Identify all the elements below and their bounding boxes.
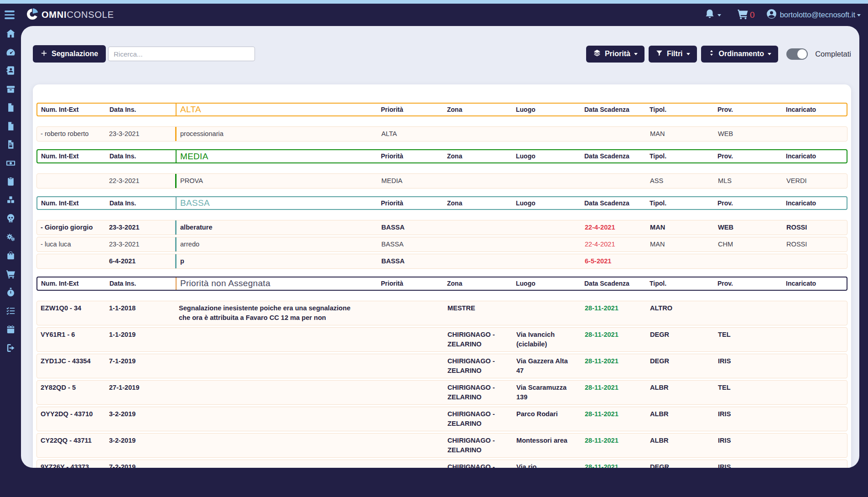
money-bill-icon (5, 158, 16, 170)
cell-data-scadenza: 28-11-2021 (581, 381, 646, 395)
cell-tipol (646, 254, 714, 268)
archive-box-icon (5, 84, 16, 96)
cell-zona (444, 127, 513, 141)
sidebar-item-invoices[interactable] (5, 140, 16, 151)
report-row[interactable]: - roberto roberto23-3-2021processionaria… (36, 126, 847, 141)
cell-data-ins: 7-2-2019 (105, 460, 175, 468)
cell-prov: CHM (714, 237, 783, 251)
report-row[interactable]: 6-4-2021pBASSA6-5-2021 (36, 254, 847, 269)
cell-descrizione (175, 407, 378, 431)
cell-num-int-ext: OYY2DQ - 43710 (37, 407, 105, 421)
sidebar-item-skull[interactable] (5, 214, 16, 225)
cell-num-int-ext: 2Y82QD - 5 (37, 381, 105, 395)
cell-priorita (378, 460, 444, 468)
column-header: Num. Int-Ext (37, 277, 106, 289)
cell-prov: IRIS (714, 354, 783, 368)
cell-luogo (513, 220, 581, 235)
sidebar-item-dashboard[interactable] (5, 48, 16, 58)
report-row[interactable]: VY61R1 - 61-1-2019CHIRIGNAGO - ZELARINOV… (36, 327, 847, 352)
sidebar-item-payments[interactable] (5, 159, 16, 169)
cart-menu[interactable]: 0 (737, 8, 755, 22)
section-label: BASSA (176, 197, 377, 209)
column-header: Zona (443, 197, 512, 209)
sidebar-item-contacts[interactable] (5, 66, 16, 77)
sidebar-item-home[interactable] (5, 29, 16, 40)
section-label: Priorità non Assegnata (176, 277, 377, 289)
bell-icon (704, 8, 716, 22)
cell-priorita (378, 434, 444, 448)
cell-incaricato (783, 354, 847, 368)
cell-incaricato (783, 301, 847, 315)
sidebar-item-document[interactable] (5, 103, 16, 114)
column-header: Priorità (377, 150, 443, 162)
user-email: bortolotto@tecnosoft.it (780, 10, 855, 19)
cell-prov (714, 301, 783, 315)
cell-num-int-ext: - roberto roberto (37, 127, 105, 141)
cell-prov: IRIS (714, 434, 783, 448)
report-row[interactable]: ZYD1JC - 433547-1-2019CHIRIGNAGO - ZELAR… (36, 354, 847, 378)
sidebar-item-timer[interactable] (5, 288, 16, 298)
report-row[interactable]: - luca luca23-3-2021arredoBASSA22-4-2021… (36, 237, 847, 252)
report-row[interactable]: EZW1Q0 - 341-1-2018Segnalazione inesiste… (36, 301, 847, 325)
column-header: Luogo (512, 197, 581, 209)
cell-data-ins: 23-3-2021 (105, 127, 175, 141)
cell-tipol: DEGR (646, 354, 714, 368)
cell-num-int-ext (37, 254, 105, 268)
section-header-alta: Num. Int-ExtData Ins.ALTAPrioritàZonaLuo… (36, 103, 847, 116)
filters-dropdown-button[interactable]: Filtri (649, 46, 697, 63)
report-row[interactable]: - Giorgio giorgio23-3-2021alberatureBASS… (36, 220, 847, 235)
sidebar-item-tasks[interactable] (5, 307, 16, 317)
column-header: Data Ins. (106, 150, 176, 162)
column-header: Zona (443, 150, 512, 162)
brand-logo: OMNICONSOLE (26, 7, 114, 23)
sidebar-item-cart[interactable] (5, 270, 16, 280)
column-header: Luogo (512, 150, 581, 162)
cell-luogo: Montessori area (513, 434, 581, 448)
report-row[interactable]: 2Y82QD - 527-1-2019CHIRIGNAGO - ZELARINO… (36, 380, 847, 405)
shopping-cart-icon (5, 269, 16, 281)
cell-num-int-ext (37, 174, 105, 188)
sidebar-item-settings[interactable] (5, 233, 16, 243)
cell-tipol: ALBR (646, 407, 714, 421)
notifications-menu[interactable] (704, 8, 721, 22)
column-header: Prov. (714, 150, 782, 162)
search-input[interactable] (108, 47, 255, 61)
cell-zona (444, 174, 513, 188)
sidebar-item-calendar[interactable] (5, 325, 16, 335)
cell-incaricato: ROSSI (783, 220, 847, 235)
report-row[interactable]: CY22QQ - 437113-2-2019CHIRIGNAGO - ZELAR… (36, 433, 847, 458)
cell-data-scadenza: 28-11-2021 (581, 460, 646, 468)
user-menu[interactable]: bortolotto@tecnosoft.it (766, 8, 861, 21)
priority-dropdown-button[interactable]: Priorità (586, 46, 645, 63)
cell-zona (444, 237, 513, 251)
section-label: MEDIA (176, 150, 377, 162)
cell-data-ins: 7-1-2019 (105, 354, 175, 368)
cell-prov: TEL (714, 328, 783, 342)
hamburger-menu-icon[interactable] (5, 9, 16, 21)
column-header: Incaricato (782, 104, 847, 115)
sidebar-item-modules[interactable] (5, 196, 16, 206)
cell-incaricato (783, 460, 847, 468)
sidebar-item-logout[interactable] (5, 344, 16, 354)
column-header: Num. Int-Ext (37, 197, 106, 209)
column-header: Priorità (377, 104, 443, 115)
report-row[interactable]: OYY2DQ - 437103-2-2019CHIRIGNAGO - ZELAR… (36, 407, 847, 431)
report-row[interactable]: 22-3-2021PROVAMEDIAASSMLSVERDI (36, 173, 847, 188)
cell-descrizione: alberature (175, 220, 378, 235)
toggle-knob (797, 49, 807, 59)
sidebar-item-clipboard[interactable] (5, 177, 16, 188)
column-header: Priorità (377, 197, 443, 209)
sidebar-item-document-alt[interactable] (5, 122, 16, 132)
sort-dropdown-button[interactable]: Ordinamento (701, 46, 779, 63)
section-label: ALTA (176, 104, 377, 115)
toolbar: Segnalazione Priorità Filtri Ordinamento… (33, 45, 851, 63)
cell-luogo (513, 237, 581, 251)
column-header: Incaricato (782, 277, 847, 289)
new-segnalazione-button[interactable]: Segnalazione (33, 45, 106, 63)
sidebar-item-archive[interactable] (5, 85, 16, 95)
cell-incaricato: VERDI (783, 174, 847, 188)
sidebar-item-shop[interactable] (5, 251, 16, 262)
completati-toggle[interactable] (786, 48, 808, 60)
report-row[interactable]: 9YZ26Y - 433737-2-2019CHIRIGNAGO -Via ri… (36, 460, 847, 468)
cell-data-scadenza (581, 127, 646, 141)
